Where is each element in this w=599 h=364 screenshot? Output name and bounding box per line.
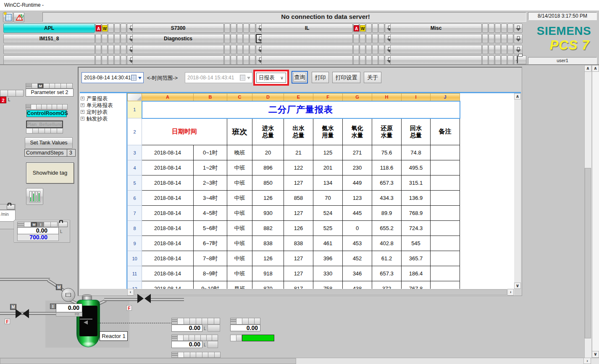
- cell-value[interactable]: 271: [343, 145, 372, 160]
- set-tank-values-button[interactable]: Set Tank Values: [25, 137, 73, 149]
- area-button-misc[interactable]: Misc: [390, 24, 482, 33]
- plan-befuellung-display[interactable]: Plan_Befuellung: [26, 120, 63, 128]
- cell-value[interactable]: 201: [313, 160, 343, 175]
- cell-date[interactable]: 2018-08-14: [142, 145, 194, 160]
- flow-badge[interactable]: F: [5, 319, 10, 324]
- cell-value[interactable]: 372: [372, 281, 402, 289]
- cell-value[interactable]: 134: [313, 175, 343, 191]
- row-number[interactable]: 6: [128, 191, 142, 206]
- picture-select-arrow-button[interactable]: [514, 34, 523, 43]
- cell-hour[interactable]: 3~4时: [194, 191, 227, 206]
- cell-value[interactable]: 0: [343, 221, 372, 236]
- cell-value[interactable]: 657.3: [372, 175, 402, 191]
- cell-hour[interactable]: 6~7时: [194, 236, 227, 251]
- cell-value[interactable]: 449: [343, 175, 372, 191]
- report-type-select[interactable]: 日报表 ∨: [256, 73, 286, 83]
- area-button-empty[interactable]: [132, 45, 224, 54]
- cell-value[interactable]: 657.3: [372, 266, 402, 281]
- cell-value[interactable]: 434.3: [372, 191, 402, 206]
- cell-value[interactable]: 817: [284, 281, 313, 289]
- report-icon-button[interactable]: ★: [3, 12, 13, 22]
- cell-hour[interactable]: 8~9时: [194, 266, 227, 281]
- inner-scroll-up[interactable]: ∧: [584, 65, 591, 72]
- cell-value[interactable]: 330: [313, 266, 343, 281]
- cell-note[interactable]: [431, 145, 460, 160]
- column-header-A[interactable]: A: [142, 94, 194, 101]
- cell-hour[interactable]: 5~6时: [194, 221, 227, 236]
- area-button-s7300[interactable]: S7300: [132, 24, 224, 33]
- flow-badge[interactable]: F: [126, 305, 132, 311]
- cell-date[interactable]: 2018-08-14: [142, 206, 194, 221]
- controlroom-os-display[interactable]: ControlRoomOS: [26, 110, 67, 117]
- cell-hour[interactable]: 4~5时: [194, 206, 227, 221]
- cell-value[interactable]: 122: [284, 160, 313, 175]
- pump[interactable]: [61, 288, 75, 302]
- column-header-F[interactable]: F: [313, 94, 343, 101]
- row-number[interactable]: 11: [128, 266, 142, 281]
- header-measure[interactable]: 氨水 用量: [313, 118, 343, 145]
- header-measure[interactable]: 回水 总量: [402, 118, 431, 145]
- cell-note[interactable]: [431, 221, 460, 236]
- cell-value[interactable]: 918: [252, 266, 284, 281]
- controlroom-header-bar[interactable]: [26, 104, 68, 110]
- picture-select-arrow-button[interactable]: [514, 45, 523, 54]
- area-button-empty[interactable]: [390, 55, 482, 65]
- area-button-il[interactable]: IL: [261, 24, 353, 33]
- cell-value[interactable]: 126: [284, 221, 313, 236]
- column-header-C[interactable]: C: [227, 94, 252, 101]
- cell-value[interactable]: 127: [284, 251, 313, 266]
- cell-date[interactable]: 2018-08-14: [142, 191, 194, 206]
- row-number[interactable]: 8: [128, 221, 142, 236]
- cell-value[interactable]: 461: [313, 236, 343, 251]
- print-screen-button[interactable]: [517, 55, 526, 64]
- row-number[interactable]: 9: [128, 236, 142, 251]
- cell-shift[interactable]: 中班: [227, 206, 252, 221]
- cell-value[interactable]: 70: [313, 191, 343, 206]
- picture-select-arrow-button[interactable]: [514, 24, 523, 33]
- table-corner-cell[interactable]: [128, 94, 142, 101]
- area-button-empty[interactable]: [132, 55, 224, 65]
- report-table[interactable]: ABCDEFGHIJ1二分厂产量报表2日期时间班次进水 总量出水 总量氨水 用量…: [127, 93, 460, 289]
- tree-expand-icon[interactable]: +: [81, 110, 84, 114]
- cell-value[interactable]: 118.6: [372, 160, 402, 175]
- cell-value[interactable]: 655.2: [372, 221, 402, 236]
- column-header-H[interactable]: H: [372, 94, 402, 101]
- cell-hour[interactable]: 7~8时: [194, 251, 227, 266]
- area-button-empty[interactable]: [261, 34, 353, 43]
- cell-date[interactable]: 2018-08-14: [142, 236, 194, 251]
- column-header-E[interactable]: E: [284, 94, 313, 101]
- cell-value[interactable]: 186.4: [402, 266, 431, 281]
- setpoint-faceplate-header[interactable]: [230, 318, 260, 325]
- cell-hour[interactable]: 9~10时: [194, 281, 227, 289]
- tree-item-3[interactable]: +触发抄表: [80, 115, 126, 122]
- row-number[interactable]: 4: [128, 160, 142, 175]
- tree-expand-icon[interactable]: +: [81, 97, 84, 100]
- table-hscroll-thumb[interactable]: [134, 289, 507, 295]
- tank-faceplate-header-bar[interactable]: MI: [17, 222, 58, 227]
- cell-value[interactable]: 524: [313, 206, 343, 221]
- cell-date[interactable]: 2018-08-14: [142, 251, 194, 266]
- parameter-set-header-bar[interactable]: M: [26, 83, 73, 89]
- area-button-empty[interactable]: [3, 45, 95, 54]
- parameter-set-display[interactable]: Parameter set 2: [26, 89, 74, 97]
- cell-date[interactable]: 2018-08-14: [142, 221, 194, 236]
- outer-scroll-up[interactable]: ∧: [592, 65, 599, 72]
- cell-shift[interactable]: 早班: [227, 281, 252, 289]
- cell-value[interactable]: 396: [313, 251, 343, 266]
- row-number[interactable]: 12: [128, 281, 142, 289]
- area-button-apl[interactable]: APL: [3, 24, 95, 33]
- table-scroll-up[interactable]: ∧: [514, 93, 521, 100]
- cell-date[interactable]: 2018-08-14: [142, 266, 194, 281]
- header-note[interactable]: 备注: [431, 118, 460, 145]
- cell-value[interactable]: 870: [252, 281, 284, 289]
- cell-note[interactable]: [431, 266, 460, 281]
- cell-value[interactable]: 75.6: [372, 145, 402, 160]
- cell-value[interactable]: 21: [284, 145, 313, 160]
- cell-value[interactable]: 20: [252, 145, 284, 160]
- cell-value[interactable]: 838: [252, 236, 284, 251]
- motor-badge[interactable]: M: [56, 284, 62, 290]
- tree-expand-icon[interactable]: +: [81, 117, 84, 120]
- header-measure[interactable]: 进水 总量: [252, 118, 284, 145]
- area-button-empty[interactable]: [390, 45, 482, 54]
- cell-note[interactable]: [431, 281, 460, 289]
